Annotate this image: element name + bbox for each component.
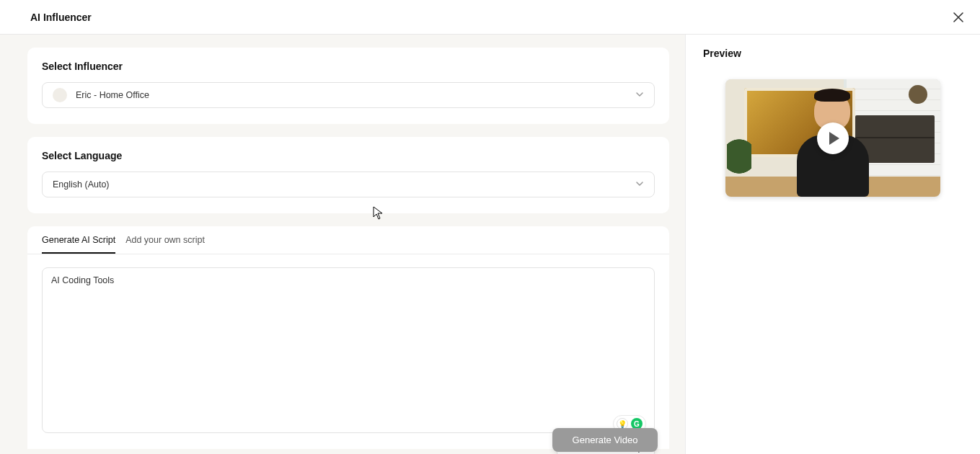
form-column: Select Influencer Eric - Home Office Sel… <box>0 35 686 454</box>
page-title: AI Influencer <box>30 12 92 23</box>
body: Select Influencer Eric - Home Office Sel… <box>0 35 980 454</box>
preview-column: Preview <box>686 35 980 454</box>
generate-video-button[interactable]: Generate Video <box>552 428 658 452</box>
language-card: Select Language English (Auto) <box>27 137 669 213</box>
language-section-title: Select Language <box>42 150 655 161</box>
language-selected-label: English (Auto) <box>53 179 110 190</box>
tab-generate-ai-script[interactable]: Generate AI Script <box>42 226 115 254</box>
script-textarea[interactable] <box>42 267 655 433</box>
language-select[interactable]: English (Auto) <box>42 172 655 197</box>
influencer-section-title: Select Influencer <box>42 61 655 72</box>
influencer-selected-label: Eric - Home Office <box>76 90 149 100</box>
chevron-down-icon <box>635 90 644 101</box>
script-card: Generate AI Script Add your own script <box>27 226 669 449</box>
preview-video[interactable] <box>725 79 940 197</box>
influencer-select[interactable]: Eric - Home Office <box>42 82 655 108</box>
script-area-wrap <box>27 254 669 449</box>
play-button[interactable] <box>817 123 849 154</box>
script-tabs: Generate AI Script Add your own script <box>27 226 669 254</box>
close-icon <box>953 12 963 22</box>
tab-add-own-script[interactable]: Add your own script <box>125 226 205 254</box>
avatar-icon <box>53 88 67 102</box>
influencer-card: Select Influencer Eric - Home Office <box>27 48 669 124</box>
close-button[interactable] <box>951 10 966 25</box>
form-scroll[interactable]: Select Influencer Eric - Home Office Sel… <box>0 48 685 454</box>
modal-header: AI Influencer <box>0 0 980 35</box>
play-icon <box>829 132 839 145</box>
preview-globe <box>909 85 927 104</box>
preview-title: Preview <box>703 48 963 59</box>
chevron-down-icon <box>635 179 644 190</box>
